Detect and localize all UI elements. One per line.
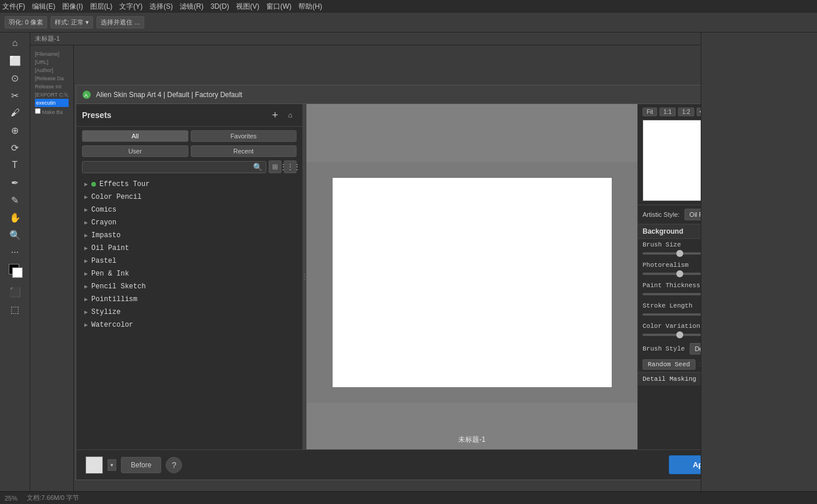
paint-thickness-label: Paint Thickness bbox=[643, 282, 701, 289]
brush-style-label: Brush Style bbox=[643, 345, 685, 352]
fit-1-2-btn[interactable]: 1:2 bbox=[678, 108, 694, 116]
brush-size-row: Brush Size 25 bbox=[638, 239, 701, 259]
preset-pointillism[interactable]: ▶ Pointillism bbox=[76, 293, 302, 306]
tool-zoom[interactable]: 🔍 bbox=[6, 227, 24, 243]
brush-style-select[interactable]: Default Brush bbox=[690, 343, 701, 355]
paint-thickness-slider[interactable] bbox=[643, 293, 701, 295]
paint-thickness-row: Paint Thickness 50 bbox=[638, 280, 701, 300]
search-row: 🔍 ⊞ ⋮⋮⋮ bbox=[76, 160, 302, 176]
controls-panel: Fit 1:1 1:2 ▾ Navigator ▾ bbox=[637, 104, 701, 449]
menu-select[interactable]: 选择(S) bbox=[149, 2, 173, 12]
tool-brush[interactable]: 🖌 bbox=[6, 105, 24, 121]
stroke-length-row: Stroke Length 50 bbox=[638, 300, 701, 320]
presets-header: Presets + ⌂ bbox=[76, 104, 302, 127]
presets-add-btn[interactable]: + bbox=[269, 109, 281, 121]
tool-transform[interactable]: ⟳ bbox=[6, 140, 24, 156]
toolbar-select-mask[interactable]: 选择并遮住 ... bbox=[97, 16, 144, 28]
stroke-length-slider[interactable] bbox=[643, 313, 701, 316]
color-variation-ctrl: 25 bbox=[643, 331, 701, 338]
tool-type[interactable]: T bbox=[6, 157, 24, 173]
presets-home-btn[interactable]: ⌂ bbox=[284, 109, 297, 121]
presets-title: Presets bbox=[82, 110, 269, 120]
tool-home[interactable]: ⌂ bbox=[6, 35, 24, 51]
preset-watercolor[interactable]: ▶ Watercolor bbox=[76, 319, 302, 331]
preset-pen-ink[interactable]: ▶ Pen & Ink bbox=[76, 267, 302, 280]
color-swatch[interactable] bbox=[85, 456, 103, 474]
menu-filter[interactable]: 滤镜(R) bbox=[180, 2, 204, 12]
dialog-body: Presets + ⌂ All Favorites Use bbox=[76, 104, 701, 449]
detail-masking-row[interactable]: Detail Masking ▶ bbox=[638, 372, 701, 385]
menu-3d[interactable]: 3D(D) bbox=[211, 2, 229, 10]
dialog-footer: ▾ Before ? Apply Cancel bbox=[76, 449, 701, 480]
menu-image[interactable]: 图像(I) bbox=[62, 2, 83, 12]
artistic-style-select[interactable]: Oil Paint bbox=[684, 209, 701, 220]
menu-file[interactable]: 文件(F) bbox=[2, 2, 25, 12]
preset-crayon[interactable]: ▶ Crayon bbox=[76, 216, 302, 229]
filter-all-btn[interactable]: All bbox=[82, 130, 188, 142]
color-swatch-dropdown[interactable]: ▾ bbox=[108, 459, 116, 471]
preset-color-pencil[interactable]: ▶ Color Pencil bbox=[76, 191, 302, 203]
brush-size-slider[interactable] bbox=[643, 252, 701, 255]
menu-text[interactable]: 文字(Y) bbox=[119, 2, 142, 12]
filter-recent-btn[interactable]: Recent bbox=[191, 145, 297, 157]
preset-pencil-sketch[interactable]: ▶ Pencil Sketch bbox=[76, 280, 302, 293]
tool-extra2[interactable]: ⬚ bbox=[6, 301, 24, 317]
tool-marquee[interactable]: ⬜ bbox=[6, 52, 24, 69]
svg-text:A: A bbox=[84, 92, 88, 98]
preset-effects-tour[interactable]: ▶ Effects Tour bbox=[76, 178, 302, 191]
tool-path[interactable]: ✒ bbox=[6, 174, 24, 191]
menu-layer[interactable]: 图层(L) bbox=[90, 2, 113, 12]
background-section-title: Background bbox=[643, 227, 701, 235]
make-batch-checkbox[interactable] bbox=[35, 108, 41, 114]
stroke-length-label: Stroke Length bbox=[643, 302, 701, 309]
nav-zoom-dropdown[interactable]: ▾ bbox=[697, 108, 701, 116]
toolbar-blend[interactable]: 样式: 正常 ▾ bbox=[51, 16, 93, 28]
random-seed-btn[interactable]: Random Seed bbox=[643, 359, 695, 370]
search-input[interactable] bbox=[83, 162, 250, 173]
before-btn[interactable]: Before bbox=[121, 457, 161, 473]
tool-lasso[interactable]: ⊙ bbox=[6, 70, 24, 86]
behind-filename: [Filename] bbox=[35, 50, 69, 58]
random-seed-value: 1 bbox=[700, 361, 701, 368]
fit-1-1-btn[interactable]: 1:1 bbox=[659, 108, 676, 116]
footer-left: ▾ Before ? bbox=[85, 456, 182, 474]
statusbar: 25% 文档:7.66M/0 字节 bbox=[0, 491, 817, 504]
document-tab[interactable]: 未标题-1 bbox=[30, 33, 701, 45]
navigator-preview bbox=[643, 120, 701, 201]
menu-window[interactable]: 窗口(W) bbox=[266, 2, 291, 12]
preset-pastel[interactable]: ▶ Pastel bbox=[76, 255, 302, 267]
background-section-header[interactable]: Background ▾ bbox=[638, 224, 701, 239]
tool-misc[interactable]: ··· bbox=[6, 244, 24, 260]
canvas-filename: 未标题-1 bbox=[458, 435, 486, 445]
filter-favorites-btn[interactable]: Favorites bbox=[191, 130, 297, 142]
filter-user-btn[interactable]: User bbox=[82, 145, 188, 157]
search-button[interactable]: 🔍 bbox=[250, 162, 266, 173]
view-list-btn[interactable]: ⋮⋮⋮ bbox=[284, 160, 297, 173]
tool-crop[interactable]: ✂ bbox=[6, 87, 24, 103]
dialog-title: Alien Skin Snap Art 4 | Default | Factor… bbox=[96, 91, 701, 99]
photorealism-slider[interactable] bbox=[643, 273, 701, 275]
fit-buttons: Fit 1:1 1:2 ▾ bbox=[643, 108, 701, 116]
behind-executing: executin bbox=[35, 99, 69, 107]
color-variation-label: Color Variation bbox=[643, 323, 701, 330]
menu-view[interactable]: 视图(V) bbox=[236, 2, 259, 12]
preset-oil-paint[interactable]: ▶ Oil Paint bbox=[76, 242, 302, 255]
help-btn[interactable]: ? bbox=[166, 457, 182, 473]
fit-btn[interactable]: Fit bbox=[643, 108, 657, 116]
preset-impasto[interactable]: ▶ Impasto bbox=[76, 229, 302, 242]
preset-stylize[interactable]: ▶ Stylize bbox=[76, 306, 302, 319]
tool-stamp[interactable]: ⊕ bbox=[6, 122, 24, 138]
tool-foreground-color[interactable] bbox=[6, 262, 24, 278]
color-variation-slider[interactable] bbox=[643, 334, 701, 336]
tool-eyedropper[interactable]: ✎ bbox=[6, 192, 24, 208]
preset-comics[interactable]: ▶ Comics bbox=[76, 203, 302, 216]
menubar: 文件(F) 编辑(E) 图像(I) 图层(L) 文字(Y) 选择(S) 滤镜(R… bbox=[0, 0, 817, 13]
canvas-area: 未标题-1 [Filename] [URL] [Author] [Release… bbox=[30, 33, 701, 491]
tool-extra1[interactable]: ⬛ bbox=[6, 284, 24, 300]
tool-hand[interactable]: ✋ bbox=[6, 209, 24, 226]
plugin-dialog: A Alien Skin Snap Art 4 | Default | Fact… bbox=[76, 85, 701, 480]
paint-thickness-ctrl: 50 bbox=[643, 291, 701, 298]
menu-edit[interactable]: 编辑(E) bbox=[32, 2, 55, 12]
apply-btn[interactable]: Apply bbox=[669, 455, 701, 474]
menu-help[interactable]: 帮助(H) bbox=[298, 2, 322, 12]
